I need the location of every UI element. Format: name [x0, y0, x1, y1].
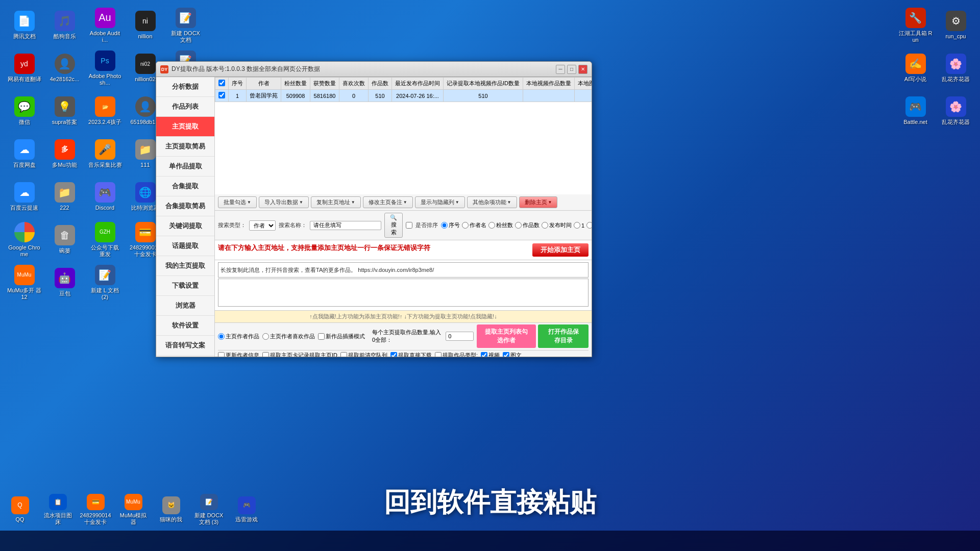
works-type-label[interactable]: 提取作品类型:: [435, 352, 478, 357]
sidebar-item-works-list[interactable]: 作品列表: [156, 97, 214, 117]
start-add-homepage-btn[interactable]: 开始添加主页: [532, 243, 589, 257]
desktop-icon-adobe-audition[interactable]: Au Adobe Auditi...: [86, 5, 124, 46]
sort-opt1-label[interactable]: 1: [574, 222, 584, 229]
import-export-btn[interactable]: 导入导出数据▼: [259, 196, 309, 208]
fetch-homepage-list-btn[interactable]: 提取主页列表勾选作者: [477, 324, 536, 348]
desktop-icon-luanhua2[interactable]: 🌸 乱花齐花器: [937, 91, 975, 132]
sort-author-label[interactable]: 作者名: [462, 221, 486, 229]
sidebar-item-voice-text[interactable]: 语音转写文案: [156, 336, 214, 356]
desktop-icon-baidu-pan[interactable]: ☁ 百度网盘: [5, 134, 43, 174]
desktop-icon-user1[interactable]: 👤 4e28162c...: [45, 48, 84, 89]
author-works-option[interactable]: 主页作者作品: [218, 333, 259, 340]
desktop-icon-photoshop[interactable]: Ps Adobe Photosh...: [86, 48, 124, 89]
desktop-icon-new-docx[interactable]: 📝 新建 DOCX 文档: [166, 5, 205, 46]
desktop-icon-jianghu[interactable]: 🔧 江湖工具箱 Run: [896, 5, 935, 46]
update-author-label[interactable]: 更新作者信息: [218, 352, 259, 357]
desktop-icon-baidu-speed[interactable]: ☁ 百度云提速: [5, 177, 43, 217]
works-type-checkbox[interactable]: [435, 352, 442, 357]
sort-fans-label[interactable]: 粉丝数: [488, 221, 513, 229]
sidebar-item-topic[interactable]: 话题提取: [156, 236, 214, 256]
sort-works-radio[interactable]: [515, 222, 522, 229]
video-type-label[interactable]: 视频: [481, 352, 500, 357]
update-author-checkbox[interactable]: [218, 352, 225, 357]
new-works-mode-label[interactable]: 新作品插播模式: [318, 333, 365, 340]
desktop-icon-tencent-docs[interactable]: 📄 腾讯文档: [5, 5, 43, 46]
search-button[interactable]: 🔍 搜索: [384, 213, 403, 238]
direct-download-checkbox[interactable]: [390, 352, 397, 357]
extract-card-checkbox[interactable]: [262, 352, 269, 357]
new-works-mode-checkbox[interactable]: [318, 333, 325, 340]
taskbar-icon-docx-new[interactable]: 📝 新建 DOCX 文档 (3): [191, 492, 227, 528]
taskbar-icon-proj[interactable]: 📋 流水项目图床: [40, 492, 76, 528]
search-type-select[interactable]: 作者: [249, 220, 276, 231]
author-likes-option[interactable]: 主页作者喜欢作品: [262, 333, 315, 340]
show-hide-cols-btn[interactable]: 显示与隐藏列▼: [415, 196, 465, 208]
sidebar-item-my-homepage[interactable]: 我的主页提取: [156, 256, 214, 276]
sort-author-radio[interactable]: [462, 222, 469, 229]
desktop-icon-mumu[interactable]: MuMu MuMu多开 器12: [5, 262, 43, 303]
open-save-dir-btn[interactable]: 打开作品保存目录: [538, 324, 589, 348]
desktop-icon-wechat[interactable]: 💬 微信: [5, 91, 43, 132]
table-row[interactable]: 1 曾老国学苑 509908 5816180 0 510 2024-07-26 …: [215, 90, 592, 102]
clear-queue-label[interactable]: 提取前清空队列: [340, 352, 387, 357]
search-name-input[interactable]: [310, 221, 381, 230]
modify-remark-btn[interactable]: 修改主页备注▼: [363, 196, 413, 208]
desktop-icon-gzh[interactable]: GZH 公众号下载 重发: [86, 219, 124, 260]
is-filter-checkbox[interactable]: [406, 222, 412, 229]
desktop-icon-nillion[interactable]: ni nillion: [126, 5, 164, 46]
sort-opt1-radio[interactable]: [574, 222, 580, 229]
graphic-checkbox[interactable]: [503, 352, 509, 357]
desktop-icon-folder222[interactable]: 📁 222: [45, 177, 84, 217]
taskbar-icon-num[interactable]: 💳 2482990014 十金发卡: [78, 492, 113, 528]
batch-select-btn[interactable]: 批量勾选▼: [218, 196, 257, 208]
sidebar-item-single-work[interactable]: 单作品提取: [156, 157, 214, 177]
desktop-icon-youdao[interactable]: yd 网易有道翻译: [5, 48, 43, 89]
desktop-icon-wanlou[interactable]: 🗑 碗篓: [45, 219, 84, 260]
video-checkbox[interactable]: [481, 352, 487, 357]
sort-opt2-radio[interactable]: [586, 222, 592, 229]
hidden-hint-bar[interactable]: ↑点我隐藏!上方功能为添加主页功能!↑ ↓下方功能为提取主页功能!点我隐藏!↓: [215, 310, 592, 322]
other-functions-btn[interactable]: 其他杂项功能▼: [467, 196, 517, 208]
sidebar-item-browser[interactable]: 浏览器: [156, 296, 214, 316]
url-input[interactable]: [218, 262, 589, 278]
close-button[interactable]: ✕: [578, 65, 587, 74]
extract-card-label[interactable]: 提取主页卡记录提取主页ID: [262, 352, 337, 357]
minimize-button[interactable]: ─: [556, 65, 565, 74]
sort-fans-radio[interactable]: [488, 222, 495, 229]
sidebar-item-collection[interactable]: 合集提取: [156, 177, 214, 196]
desktop-icon-discord[interactable]: 🎮 Discord: [86, 177, 124, 217]
author-likes-radio[interactable]: [262, 333, 269, 340]
author-works-radio[interactable]: [218, 333, 225, 340]
desktop-icon-kugou[interactable]: 🎵 酷狗音乐: [45, 5, 84, 46]
direct-download-label[interactable]: 提取直接下载: [390, 352, 432, 357]
taskbar-icon-rq[interactable]: Q QQ: [2, 492, 38, 528]
sort-time-radio[interactable]: [542, 222, 548, 229]
sidebar-item-download[interactable]: 下载设置: [156, 276, 214, 296]
clear-queue-checkbox[interactable]: [340, 352, 347, 357]
copy-homepage-btn[interactable]: 复制主页地址▼: [311, 196, 361, 208]
desktop-icon-chrome[interactable]: Google Chrome: [5, 219, 43, 260]
sidebar-item-analyze[interactable]: 分析数据: [156, 77, 214, 97]
sidebar-item-homepage-extract[interactable]: 主页提取: [156, 117, 214, 137]
desktop-icon-music[interactable]: 🎤 音乐采集比赛: [86, 134, 124, 174]
per-page-input[interactable]: [446, 332, 474, 341]
desktop-icon-docx3[interactable]: 📝 新建 L 文档 (2): [86, 262, 124, 303]
desktop-icon-battlenet[interactable]: 🎮 Battle.net: [896, 91, 935, 132]
graphic-type-label[interactable]: 图文: [503, 352, 522, 357]
row-select-checkbox[interactable]: [218, 92, 225, 98]
taskbar-icon-game[interactable]: 🎮 迅雷游戏: [229, 492, 264, 528]
sort-works-label[interactable]: 作品数: [515, 221, 540, 229]
sidebar-item-software-settings[interactable]: 软件设置: [156, 316, 214, 336]
desktop-icon-ai-novel[interactable]: ✍ AI写小说: [896, 48, 935, 89]
url-textarea[interactable]: [218, 279, 589, 307]
desktop-icon-supra[interactable]: 💡 supra答案: [45, 91, 84, 132]
sort-time-label[interactable]: 发布时间: [542, 221, 572, 229]
sidebar-item-keyword[interactable]: 关键词提取: [156, 216, 214, 236]
desktop-icon-run-cpu[interactable]: ⚙ run_cpu: [937, 5, 975, 46]
sort-seq-radio[interactable]: [441, 222, 448, 229]
sidebar-item-collection-simple[interactable]: 合集提取简易: [156, 196, 214, 216]
sort-seq-label[interactable]: 序号: [441, 221, 460, 229]
desktop-icon-luanhua[interactable]: 🌸 乱花齐花器: [937, 48, 975, 89]
select-all-checkbox[interactable]: [218, 80, 225, 86]
desktop-icon-doubao[interactable]: 🤖 豆包: [45, 262, 84, 303]
